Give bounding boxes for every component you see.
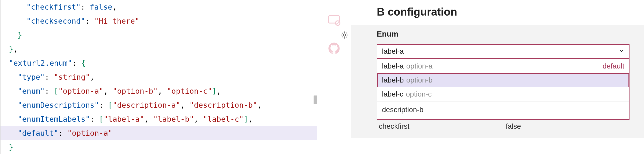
enum-option-c[interactable]: label-c option-c <box>377 87 629 101</box>
json-key: "checksecond" <box>26 14 85 28</box>
summary-key: checkfirst <box>379 122 506 131</box>
json-key: "enum" <box>18 84 45 98</box>
bracket: ] <box>212 84 216 98</box>
code-editor[interactable]: "checkfirst" : false , "checksecond" : "… <box>0 0 317 164</box>
enum-dropdown: label-a option-a default label-b option-… <box>377 59 629 120</box>
enum-selected-label: label-a <box>382 47 404 56</box>
bracket: ] <box>244 112 248 126</box>
json-key: "enumItemLabels" <box>18 112 90 126</box>
option-value: option-c <box>406 90 432 98</box>
brace: { <box>81 56 85 70</box>
code-line[interactable]: "enumItemLabels" : [ "label-a" , "label-… <box>0 112 317 126</box>
code-line[interactable]: } , <box>0 42 317 56</box>
code-line[interactable]: "type" : "string" , <box>0 70 317 84</box>
code-line[interactable]: "enum" : [ "option-a" , "option-b" , "op… <box>0 84 317 98</box>
option-value: option-a <box>406 62 432 70</box>
setting-summary-row: checkfirst false <box>377 120 629 131</box>
scrollbar-thumb[interactable] <box>314 95 317 104</box>
brace: } <box>18 28 22 42</box>
code-line[interactable]: "checkfirst" : false , <box>0 0 317 14</box>
activity-rail <box>317 0 351 164</box>
summary-value: false <box>506 122 521 131</box>
code-lines: "checkfirst" : false , "checksecond" : "… <box>0 0 317 154</box>
bracket: [ <box>54 84 58 98</box>
bracket: [ <box>108 98 112 112</box>
json-key: "enumDescriptions" <box>18 98 99 112</box>
json-string: "string" <box>54 70 90 84</box>
editor-scrollbar[interactable] <box>314 0 317 164</box>
github-icon[interactable] <box>327 42 341 55</box>
remote-icon[interactable] <box>327 13 341 27</box>
app-root: "checkfirst" : false , "checksecond" : "… <box>0 0 644 164</box>
json-key: "type" <box>18 70 45 84</box>
settings-section: Enum label-a label-a option-a default <box>351 25 644 138</box>
enum-select[interactable]: label-a <box>377 44 629 59</box>
option-label: label-a <box>382 62 404 70</box>
code-line[interactable]: } <box>0 28 317 42</box>
enum-option-b[interactable]: label-b option-b <box>377 73 629 87</box>
brace: } <box>9 42 13 56</box>
enum-option-a[interactable]: label-a option-a default <box>377 59 629 73</box>
code-line[interactable]: "checksecond" : "Hi there" <box>0 14 317 28</box>
json-key: "checkfirst" <box>26 0 81 14</box>
option-label: label-c <box>382 90 403 98</box>
settings-title: B configuration <box>351 6 644 18</box>
json-string: "Hi there" <box>94 14 140 28</box>
option-default-tag: default <box>603 62 624 70</box>
json-bool: false <box>90 0 112 14</box>
code-line-active[interactable]: "default" : "option-a" <box>0 126 317 140</box>
chevron-down-icon <box>619 47 624 56</box>
gear-icon[interactable] <box>340 31 349 41</box>
code-line[interactable]: "enumDescriptions" : [ "description-a" ,… <box>0 98 317 112</box>
settings-pane: B configuration Enum label-a <box>351 0 644 164</box>
bracket: [ <box>99 112 103 126</box>
setting-name: Enum <box>377 30 629 38</box>
json-key: "default" <box>18 126 58 140</box>
option-value: option-b <box>406 76 432 84</box>
json-string: "option-a" <box>67 126 113 140</box>
brace: } <box>9 140 13 154</box>
code-line[interactable]: } <box>0 140 317 154</box>
enum-option-description: description-b <box>377 101 629 119</box>
option-label: label-b <box>382 76 404 84</box>
json-key: "exturl2.enum" <box>9 56 72 70</box>
code-line[interactable]: "exturl2.enum" : { <box>0 56 317 70</box>
svg-point-2 <box>343 34 345 36</box>
